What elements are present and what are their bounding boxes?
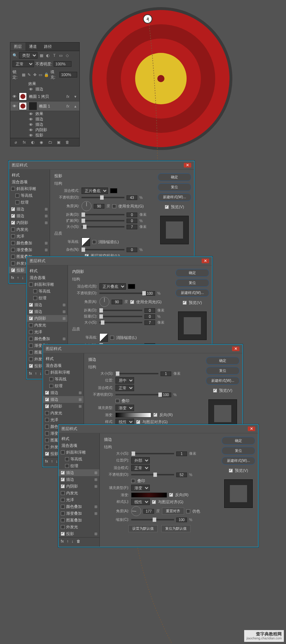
side-satin[interactable]: 光泽 — [9, 233, 50, 240]
align-checkbox[interactable] — [152, 500, 156, 504]
position-select[interactable]: 居中 — [115, 377, 134, 384]
global-light-checkbox[interactable] — [130, 300, 134, 304]
side-grad-overlay[interactable]: 渐变叠加⊞ — [59, 510, 99, 517]
size-value[interactable]: 1 — [161, 371, 171, 376]
cancel-button[interactable]: 复位 — [158, 183, 191, 191]
fill-value[interactable]: 100% — [59, 72, 77, 78]
arrow-up-icon[interactable]: ↑ — [51, 459, 53, 463]
new-style-button[interactable]: 新建样式(W)... — [206, 377, 240, 385]
layer-row-ellipse-copy[interactable]: 👁 椭圆 1 拷贝 fx▾ — [10, 92, 79, 101]
new-layer-icon[interactable]: ▣ — [56, 140, 61, 145]
filter-type-icon[interactable]: T — [52, 53, 57, 58]
side-stroke-2[interactable]: 描边⊞ — [27, 308, 68, 315]
fx-manage-icon[interactable]: fx — [45, 459, 48, 463]
fx-icon[interactable]: fx — [22, 140, 27, 145]
side-blend-opts[interactable]: 混合选项 — [59, 442, 99, 449]
fx-badge[interactable]: fx — [66, 94, 71, 99]
side-satin[interactable]: 光泽 — [59, 496, 99, 503]
close-icon[interactable]: ✕ — [248, 426, 255, 431]
size-slider[interactable] — [131, 453, 174, 454]
side-contour[interactable]: 等高线 — [43, 376, 84, 383]
fx-sub-drop-shadow[interactable]: 👁投影 — [10, 133, 79, 138]
shadow-color-swatch[interactable] — [110, 188, 117, 193]
close-icon[interactable]: ✕ — [184, 163, 191, 168]
filter-adjust-icon[interactable]: ◐ — [45, 53, 50, 58]
filter-shape-icon[interactable]: ▭ — [58, 53, 63, 58]
side-stroke[interactable]: 描边⊞ — [27, 301, 68, 308]
side-inner-glow[interactable]: 内发光 — [27, 322, 68, 329]
arrow-down-icon[interactable]: ↓ — [22, 275, 24, 280]
overprint-checkbox[interactable] — [115, 399, 119, 403]
noise-slider[interactable] — [82, 249, 124, 250]
side-texture[interactable]: 纹理 — [9, 199, 50, 206]
visibility-icon[interactable]: 👁 — [12, 104, 17, 108]
blend-select[interactable]: 正常 — [115, 385, 134, 391]
fx-manage-icon[interactable]: fx — [29, 371, 32, 375]
choke-slider[interactable] — [99, 316, 142, 317]
contour-picker[interactable] — [82, 238, 90, 246]
fx-sub-inner-shadow[interactable]: 👁内阴影 — [10, 127, 79, 133]
side-texture[interactable]: 纹理 — [43, 383, 84, 389]
fx-badge[interactable]: fx — [66, 104, 71, 108]
preview-checkbox[interactable] — [229, 469, 233, 473]
distance-slider[interactable] — [99, 310, 142, 311]
opacity-slider[interactable] — [131, 474, 174, 475]
set-default-button[interactable]: 设置为默认值 — [128, 525, 158, 532]
side-bevel[interactable]: 斜面和浮雕 — [27, 281, 68, 288]
side-texture[interactable]: 纹理 — [59, 463, 99, 469]
side-inner-glow[interactable]: 内发光 — [9, 226, 50, 233]
side-stroke-a[interactable]: 描边⊞ — [43, 389, 84, 396]
blend-select[interactable]: 正常 — [131, 465, 150, 471]
trash-icon[interactable]: 🗑 — [65, 140, 70, 145]
close-icon[interactable]: ✕ — [232, 346, 240, 351]
side-inner-glow[interactable]: 内发光 — [59, 490, 99, 496]
side-styles[interactable]: 样式 — [9, 172, 50, 179]
fx-sub-stroke[interactable]: 👁描边 — [10, 116, 79, 122]
tab-layers[interactable]: 图层 — [10, 43, 25, 51]
gradient-picker[interactable] — [131, 493, 167, 498]
side-satin[interactable]: 光泽 — [43, 416, 84, 423]
side-satin[interactable]: 光泽 — [27, 329, 68, 335]
overprint-checkbox[interactable] — [131, 479, 135, 483]
arrow-up-icon[interactable]: ↑ — [67, 539, 69, 543]
side-color-overlay[interactable]: 颜色叠加⊞ — [9, 240, 50, 246]
distance-value[interactable]: 0 — [127, 213, 137, 217]
arrow-up-icon[interactable]: ↑ — [17, 275, 19, 280]
lock-position-icon[interactable]: ✥ — [33, 72, 37, 77]
link-layers-icon[interactable]: ⌀ — [13, 140, 18, 145]
side-styles[interactable]: 样式 — [27, 268, 68, 274]
fx-sub-effects[interactable]: 👁效果 — [10, 111, 79, 116]
contour-picker[interactable] — [99, 333, 108, 342]
new-style-button[interactable]: 新建样式(W)... — [176, 289, 209, 297]
size-value[interactable]: 7 — [144, 320, 155, 325]
angle-dial[interactable] — [82, 201, 92, 211]
cancel-button[interactable]: 复位 — [176, 279, 209, 287]
side-stroke-a[interactable]: 描边⊞ — [59, 469, 99, 476]
choke-value[interactable]: 0 — [144, 314, 155, 319]
fx-manage-icon[interactable]: fx — [11, 275, 14, 280]
reverse-checkbox[interactable] — [169, 493, 173, 497]
side-inner-shadow[interactable]: 内阴影⊞ — [9, 219, 50, 226]
opacity-value[interactable]: 52 — [176, 473, 187, 477]
grad-style-select[interactable]: 线性 — [131, 499, 150, 505]
blend-mode-select[interactable]: 正片叠底 — [82, 188, 108, 194]
side-stroke-b[interactable]: 描边⊞ — [43, 396, 84, 403]
ok-button[interactable]: 确定 — [206, 357, 240, 365]
ok-button[interactable]: 确定 — [176, 269, 209, 277]
filter-pixel-icon[interactable]: ▦ — [39, 53, 44, 58]
side-bevel[interactable]: 斜面和浮雕 — [59, 449, 99, 456]
size-value[interactable]: 7 — [127, 225, 137, 229]
size-slider[interactable] — [82, 226, 124, 228]
angle-value[interactable]: 90 — [94, 204, 104, 209]
tab-paths[interactable]: 路径 — [40, 43, 55, 51]
size-value[interactable]: 1 — [176, 451, 187, 456]
position-select[interactable]: 外部 — [131, 457, 150, 464]
fill-type-select[interactable]: 渐变 — [115, 405, 134, 411]
opacity-value[interactable]: 100 — [144, 291, 155, 296]
preview-checkbox[interactable] — [165, 205, 169, 209]
antialias-checkbox[interactable] — [92, 240, 96, 244]
dither-checkbox[interactable] — [186, 509, 190, 513]
tab-channels[interactable]: 通道 — [25, 43, 40, 51]
close-icon[interactable]: ✕ — [202, 259, 209, 263]
antialias-checkbox[interactable] — [110, 336, 114, 340]
